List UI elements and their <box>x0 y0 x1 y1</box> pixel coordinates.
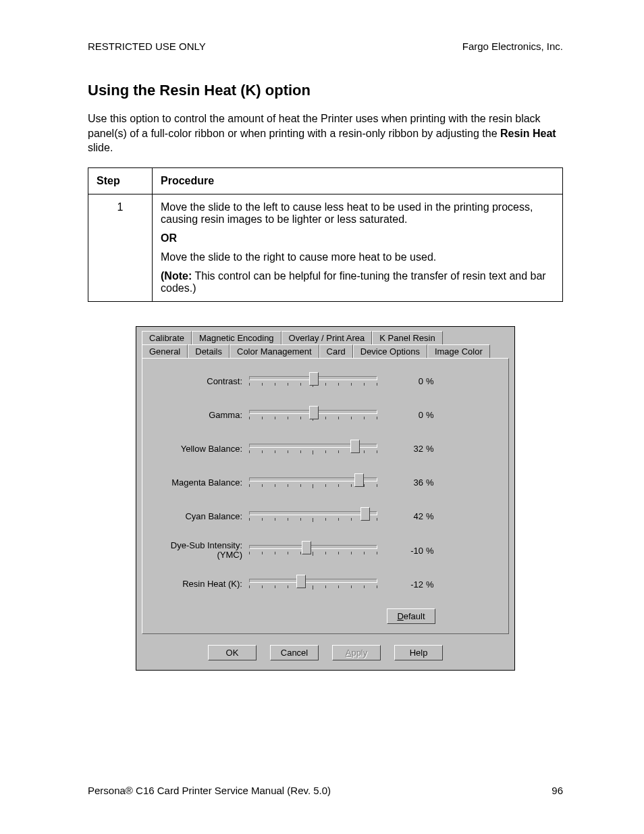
slider-unit: % <box>423 410 434 420</box>
header-left: RESTRICTED USE ONLY <box>88 41 206 52</box>
procedure-or: OR <box>161 232 554 244</box>
tab-panel-image-color: Contrast:0%Gamma:0%Yellow Balance:32%Mag… <box>142 358 509 635</box>
properties-dialog: CalibrateMagnetic EncodingOverlay / Prin… <box>136 326 515 671</box>
header-right: Fargo Electronics, Inc. <box>462 41 563 52</box>
slider-unit: % <box>423 511 434 521</box>
slider-unit: % <box>423 546 434 556</box>
dialog-buttons: OK Cancel Apply Help <box>136 640 514 670</box>
tab-card[interactable]: Card <box>319 344 353 358</box>
slider-label: Gamma: <box>155 411 249 420</box>
default-button[interactable]: Default <box>387 608 435 624</box>
slider-label: Resin Heat (K): <box>155 579 249 589</box>
intro-text-b: slide. <box>88 142 113 153</box>
table-row: 1 Move the slide to the left to cause le… <box>88 194 563 301</box>
slider-row-magenta-balance-: Magenta Balance:36% <box>155 473 496 492</box>
tabs-row-2: GeneralDetailsColor ManagementCardDevice… <box>136 344 514 358</box>
tab-calibrate[interactable]: Calibrate <box>142 331 192 344</box>
page-title: Using the Resin Heat (K) option <box>88 82 563 99</box>
slider-label: Dye-Sub Intensity:(YMC) <box>155 541 249 561</box>
slider-value: -12 <box>377 579 423 590</box>
slider-row-gamma-: Gamma:0% <box>155 406 496 425</box>
help-button[interactable]: Help <box>394 645 443 660</box>
tabs-row-1: CalibrateMagnetic EncodingOverlay / Prin… <box>136 327 514 344</box>
footer-left: Persona® C16 Card Printer Service Manual… <box>88 785 331 796</box>
intro-paragraph: Use this option to control the amount of… <box>88 111 563 155</box>
apply-button[interactable]: Apply <box>332 645 381 660</box>
tab-image-color[interactable]: Image Color <box>427 344 490 358</box>
footer-right: 96 <box>552 785 563 796</box>
col-procedure: Procedure <box>153 167 563 194</box>
slider-row-yellow-balance-: Yellow Balance:32% <box>155 440 496 459</box>
slider-value: 42 <box>377 511 423 521</box>
slider[interactable] <box>249 473 377 492</box>
slider-value: 32 <box>377 444 423 454</box>
slider-unit: % <box>423 477 434 488</box>
intro-bold: Resin Heat <box>500 128 556 139</box>
slider-thumb[interactable] <box>360 507 370 521</box>
procedure-note: (Note: This control can be helpful for f… <box>161 270 554 294</box>
step-number: 1 <box>88 194 153 301</box>
note-body: This control can be helpful for fine-tun… <box>161 270 546 294</box>
slider-thumb[interactable] <box>296 575 306 588</box>
slider-thumb[interactable] <box>309 406 319 419</box>
tab-magnetic-encoding[interactable]: Magnetic Encoding <box>192 331 281 344</box>
page-footer: Persona® C16 Card Printer Service Manual… <box>88 785 563 796</box>
table-head-row: Step Procedure <box>88 167 563 194</box>
slider-unit: % <box>423 444 434 454</box>
cancel-button[interactable]: Cancel <box>270 645 319 660</box>
procedure-line2: Move the slide to the right to cause mor… <box>161 251 554 263</box>
tab-details[interactable]: Details <box>188 344 230 358</box>
slider-thumb[interactable] <box>309 372 319 386</box>
slider-unit: % <box>423 579 434 590</box>
slider[interactable] <box>249 372 377 391</box>
slider-thumb[interactable] <box>350 440 360 453</box>
ok-button[interactable]: OK <box>208 645 257 660</box>
slider-value: 0 <box>377 376 423 386</box>
slider-row-cyan-balance-: Cyan Balance:42% <box>155 507 496 526</box>
slider-row-dye-sub-intensity-ymc-: Dye-Sub Intensity:(YMC)-10% <box>155 541 496 561</box>
slider[interactable] <box>249 541 377 560</box>
col-step: Step <box>88 167 153 194</box>
default-btn-rest: efault <box>404 611 425 621</box>
default-btn-underline: D <box>397 611 403 621</box>
slider-row-contrast-: Contrast:0% <box>155 372 496 391</box>
apply-rest: pply <box>351 648 367 658</box>
procedure-cell: Move the slide to the left to cause less… <box>153 194 563 301</box>
slider-value: -10 <box>377 546 423 556</box>
procedure-table: Step Procedure 1 Move the slide to the l… <box>88 167 563 302</box>
tab-overlay-print-area[interactable]: Overlay / Print Area <box>281 331 373 344</box>
page-header: RESTRICTED USE ONLY Fargo Electronics, I… <box>88 41 563 52</box>
slider[interactable] <box>249 507 377 526</box>
procedure-line1: Move the slide to the left to cause less… <box>161 201 554 226</box>
slider-unit: % <box>423 376 434 386</box>
slider-label: Contrast: <box>155 377 249 386</box>
slider[interactable] <box>249 440 377 459</box>
slider-thumb[interactable] <box>302 541 311 554</box>
slider[interactable] <box>249 406 377 425</box>
slider-row-resin-heat-k-: Resin Heat (K):-12% <box>155 575 496 594</box>
slider-label: Cyan Balance: <box>155 512 249 521</box>
slider-thumb[interactable] <box>354 473 364 487</box>
slider[interactable] <box>249 575 377 594</box>
intro-text-a: Use this option to control the amount of… <box>88 113 541 139</box>
tab-color-management[interactable]: Color Management <box>230 344 319 358</box>
tab-general[interactable]: General <box>142 344 188 358</box>
slider-value: 0 <box>377 410 423 420</box>
slider-value: 36 <box>377 477 423 488</box>
slider-label: Magenta Balance: <box>155 478 249 488</box>
slider-label: Yellow Balance: <box>155 444 249 454</box>
tab-k-panel-resin[interactable]: K Panel Resin <box>372 331 442 344</box>
note-label: (Note: <box>161 270 192 282</box>
tab-device-options[interactable]: Device Options <box>353 344 427 358</box>
